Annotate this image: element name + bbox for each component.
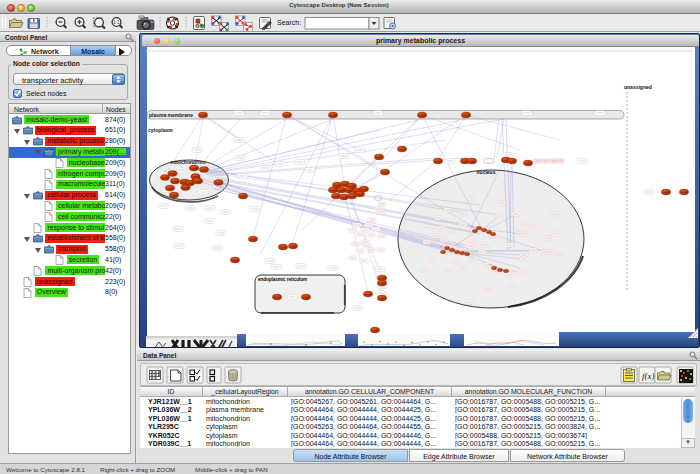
- svg-text:plasma membrane: plasma membrane: [149, 112, 193, 118]
- svg-text:1:1: 1:1: [113, 20, 120, 25]
- svg-text:endoplasmic reticulum: endoplasmic reticulum: [258, 277, 307, 282]
- svg-text:f(x): f(x): [642, 371, 655, 381]
- svg-text:mitochondrion: mitochondrion: [171, 159, 206, 165]
- svg-text:unassigned: unassigned: [624, 84, 652, 90]
- svg-text:cytoplasm: cytoplasm: [148, 127, 173, 133]
- svg-text:Search:: Search:: [277, 19, 301, 26]
- svg-text:nucleus: nucleus: [477, 169, 496, 175]
